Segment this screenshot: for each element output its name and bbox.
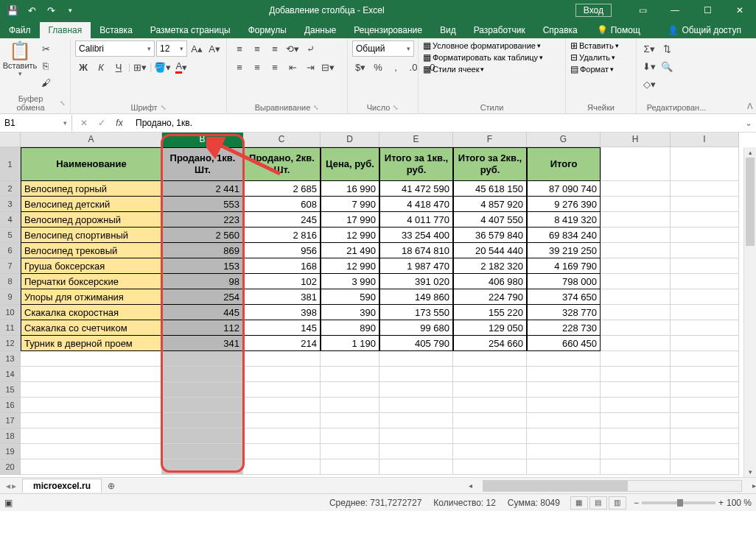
cell[interactable]	[321, 444, 379, 459]
find-icon[interactable]: 🔍	[659, 58, 675, 74]
add-sheet-icon[interactable]: ⊕	[102, 481, 121, 491]
data-cell[interactable]: 16 990	[321, 181, 379, 197]
data-cell[interactable]: 254 660	[453, 336, 527, 351]
data-cell[interactable]: 39 219 250	[527, 243, 601, 258]
cell[interactable]	[601, 243, 671, 258]
name-cell[interactable]: Упоры для отжимания	[21, 289, 162, 305]
cell[interactable]	[453, 398, 527, 413]
tab-разметка страницы[interactable]: Разметка страницы	[141, 22, 239, 38]
row-header[interactable]: 20	[0, 459, 21, 475]
format-painter-icon[interactable]: 🖌	[38, 74, 54, 91]
decrease-indent-icon[interactable]: ⇤	[284, 59, 301, 75]
cell[interactable]	[671, 429, 739, 444]
row-header[interactable]: 6	[0, 243, 21, 258]
cell[interactable]	[321, 459, 379, 475]
cell[interactable]	[21, 413, 162, 429]
column-header[interactable]: A	[21, 133, 162, 147]
cell[interactable]	[527, 398, 601, 413]
data-cell[interactable]: 2 685	[243, 181, 321, 197]
fx-icon[interactable]: fx	[112, 116, 127, 130]
tab-данные[interactable]: Данные	[295, 22, 345, 38]
data-cell[interactable]: 223	[162, 212, 243, 228]
row-header[interactable]: 10	[0, 305, 21, 320]
sort-filter-icon[interactable]: ⇅	[659, 40, 675, 57]
cell[interactable]	[671, 274, 739, 289]
cell[interactable]	[527, 367, 601, 382]
orientation-icon[interactable]: ⟲▾	[284, 40, 301, 57]
currency-icon[interactable]: $▾	[352, 59, 368, 75]
align-center-icon[interactable]: ≡	[249, 59, 265, 75]
data-cell[interactable]: 41 472 590	[379, 181, 453, 197]
paste-button[interactable]: 📋 Вставить ▾	[4, 40, 35, 77]
data-cell[interactable]: 590	[321, 289, 379, 305]
data-cell[interactable]: 8 419 320	[527, 212, 601, 228]
select-all-corner[interactable]	[0, 133, 21, 147]
cell[interactable]	[671, 197, 739, 212]
data-cell[interactable]: 155 220	[453, 305, 527, 320]
cell[interactable]	[162, 367, 243, 382]
zoom-slider[interactable]	[642, 501, 715, 504]
cell[interactable]	[671, 320, 739, 336]
cell[interactable]	[21, 351, 162, 367]
name-cell[interactable]: Перчатки боксерские	[21, 274, 162, 289]
data-cell[interactable]: 660 450	[527, 336, 601, 351]
conditional-formatting-button[interactable]: ▦Условное форматирование▾	[423, 40, 541, 51]
data-cell[interactable]: 4 169 790	[527, 258, 601, 274]
cell[interactable]	[243, 367, 321, 382]
cell[interactable]	[671, 212, 739, 228]
name-box[interactable]: B1▾	[0, 115, 72, 131]
row-header[interactable]: 14	[0, 367, 21, 382]
zoom-level[interactable]: 100 %	[727, 498, 752, 508]
name-cell[interactable]: Велосипед трековый	[21, 243, 162, 258]
cell[interactable]	[162, 444, 243, 459]
data-cell[interactable]: 1 987 470	[379, 258, 453, 274]
normal-view-icon[interactable]: ▦	[570, 496, 588, 509]
tab-файл[interactable]: Файл	[0, 22, 40, 38]
record-macro-icon[interactable]: ▣	[4, 498, 13, 508]
cell[interactable]	[21, 444, 162, 459]
data-cell[interactable]: 2 560	[162, 228, 243, 243]
qat-customize-icon[interactable]: ▾	[62, 2, 78, 18]
align-middle-icon[interactable]: ≡	[249, 40, 265, 57]
row-header[interactable]: 16	[0, 398, 21, 413]
data-cell[interactable]: 328 770	[527, 305, 601, 320]
data-cell[interactable]: 3 990	[321, 274, 379, 289]
cancel-formula-icon[interactable]: ✕	[77, 116, 91, 130]
data-cell[interactable]: 129 050	[453, 320, 527, 336]
cell[interactable]	[601, 320, 671, 336]
font-size-combo[interactable]: 12▾	[156, 40, 187, 57]
cell[interactable]	[601, 413, 671, 429]
data-cell[interactable]: 2 816	[243, 228, 321, 243]
data-cell[interactable]: 341	[162, 336, 243, 351]
name-cell[interactable]: Турник в дверной проем	[21, 336, 162, 351]
cell[interactable]	[453, 367, 527, 382]
page-break-view-icon[interactable]: ▥	[609, 496, 626, 509]
data-cell[interactable]: 145	[243, 320, 321, 336]
cell[interactable]	[671, 444, 739, 459]
row-header[interactable]: 19	[0, 444, 21, 459]
cell[interactable]	[671, 351, 739, 367]
data-cell[interactable]: 956	[243, 243, 321, 258]
cell[interactable]	[671, 459, 739, 475]
header-cell[interactable]: Итого	[527, 147, 601, 181]
dialog-launcher-icon[interactable]: ⤡	[313, 104, 319, 111]
data-cell[interactable]: 391 020	[379, 274, 453, 289]
data-cell[interactable]: 153	[162, 258, 243, 274]
cell[interactable]	[671, 258, 739, 274]
cell[interactable]	[671, 181, 739, 197]
format-as-table-button[interactable]: ▦Форматировать как таблицу▾	[423, 52, 543, 63]
increase-indent-icon[interactable]: ⇥	[302, 59, 318, 75]
zoom-in-icon[interactable]: +	[718, 498, 724, 508]
cell[interactable]	[671, 147, 739, 181]
align-top-icon[interactable]: ≡	[231, 40, 248, 57]
minimize-icon[interactable]: —	[659, 0, 691, 21]
dialog-launcher-icon[interactable]: ⤡	[393, 104, 399, 111]
copy-icon[interactable]: ⎘	[38, 57, 54, 74]
data-cell[interactable]: 9 276 390	[527, 197, 601, 212]
data-cell[interactable]: 4 407 550	[453, 212, 527, 228]
cell[interactable]	[453, 429, 527, 444]
cell[interactable]	[671, 243, 739, 258]
enter-formula-icon[interactable]: ✓	[94, 116, 109, 130]
column-header[interactable]: I	[671, 133, 739, 147]
cell[interactable]	[243, 429, 321, 444]
